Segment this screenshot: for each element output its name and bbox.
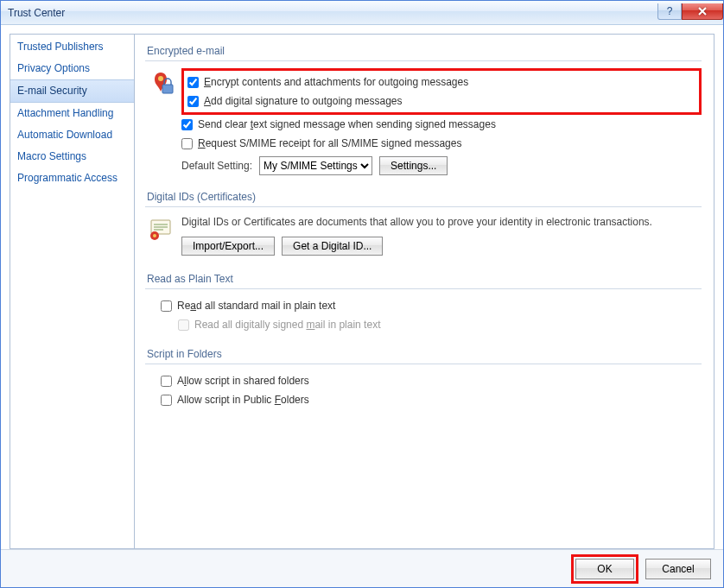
close-button[interactable]: [682, 3, 723, 20]
cleartext-checkbox[interactable]: [181, 119, 193, 130]
titlebar: Trust Center ?: [1, 1, 723, 25]
default-setting-combo[interactable]: My S/MIME Settings: [259, 156, 372, 175]
section-digitalids-header: Digital IDs (Certificates): [145, 186, 702, 207]
svg-point-1: [158, 76, 163, 81]
nav-trusted-publishers[interactable]: Trusted Publishers: [10, 36, 134, 58]
ok-highlight: OK: [571, 554, 638, 584]
section-plaintext-body: Read all standard mail in plain text Rea…: [145, 296, 702, 334]
dialog-footer: OK Cancel: [1, 549, 723, 587]
content-pane: Encrypted e-mail Encrypt contents and a: [135, 34, 714, 549]
help-button[interactable]: ?: [657, 3, 682, 20]
digitalids-desc: Digital IDs or Certificates are document…: [181, 214, 702, 233]
nav-attachment-handling[interactable]: Attachment Handling: [10, 103, 134, 124]
section-digitalids-body: Digital IDs or Certificates are document…: [145, 214, 702, 256]
help-icon: ?: [665, 6, 674, 16]
script-shared-checkbox[interactable]: [161, 376, 172, 387]
read-plain-checkbox[interactable]: [161, 300, 172, 312]
svg-text:?: ?: [667, 6, 673, 16]
section-encrypted-header: Encrypted e-mail: [145, 40, 702, 61]
receipt-checkbox[interactable]: [181, 138, 193, 149]
nav-privacy-options[interactable]: Privacy Options: [10, 58, 134, 79]
window-title: Trust Center: [8, 7, 657, 19]
read-signed-plain-label: Read all digitally signed mail in plain …: [194, 317, 380, 332]
script-public-label: Allow script in Public Folders: [177, 392, 309, 408]
encrypt-checkbox[interactable]: [187, 77, 199, 88]
section-encrypted-body: Encrypt contents and attachments for out…: [145, 68, 702, 175]
settings-button[interactable]: Settings...: [379, 156, 448, 175]
read-plain-label: Read all standard mail in plain text: [177, 298, 335, 313]
nav-automatic-download[interactable]: Automatic Download: [10, 124, 134, 146]
script-public-checkbox[interactable]: [161, 395, 172, 406]
ribbon-lock-icon: [147, 70, 175, 98]
import-export-button[interactable]: Import/Export...: [181, 237, 275, 256]
section-plaintext-header: Read as Plain Text: [145, 268, 702, 289]
receipt-label: Request S/MIME receipt for all S/MIME si…: [198, 136, 461, 151]
section-script-body: Allow script in shared folders Allow scr…: [145, 371, 702, 409]
cancel-button[interactable]: Cancel: [645, 559, 711, 579]
highlighted-options: Encrypt contents and attachments for out…: [181, 68, 702, 115]
read-signed-plain-checkbox: [178, 319, 189, 331]
get-digital-id-button[interactable]: Get a Digital ID...: [282, 237, 383, 256]
sign-checkbox[interactable]: [187, 96, 199, 107]
section-script-header: Script in Folders: [145, 343, 702, 364]
nav-macro-settings[interactable]: Macro Settings: [10, 146, 134, 168]
default-setting-label: Default Setting:: [181, 160, 252, 172]
nav-email-security[interactable]: E-mail Security: [10, 79, 134, 103]
svg-rect-2: [162, 85, 173, 93]
svg-point-8: [153, 234, 156, 237]
encrypt-label: Encrypt contents and attachments for out…: [204, 74, 468, 90]
nav-sidebar: Trusted Publishers Privacy Options E-mai…: [10, 34, 135, 549]
dialog-body: Trusted Publishers Privacy Options E-mai…: [1, 25, 723, 549]
script-shared-label: Allow script in shared folders: [177, 373, 309, 389]
nav-programmatic-access[interactable]: Programmatic Access: [10, 168, 134, 189]
trust-center-window: Trust Center ? Trusted Publishers Privac…: [0, 0, 724, 588]
ok-button[interactable]: OK: [575, 559, 634, 579]
sign-label: Add digital signature to outgoing messag…: [204, 93, 403, 109]
certificate-icon: [147, 216, 175, 243]
close-icon: [697, 7, 708, 16]
cleartext-label: Send clear text signed message when send…: [198, 117, 496, 132]
